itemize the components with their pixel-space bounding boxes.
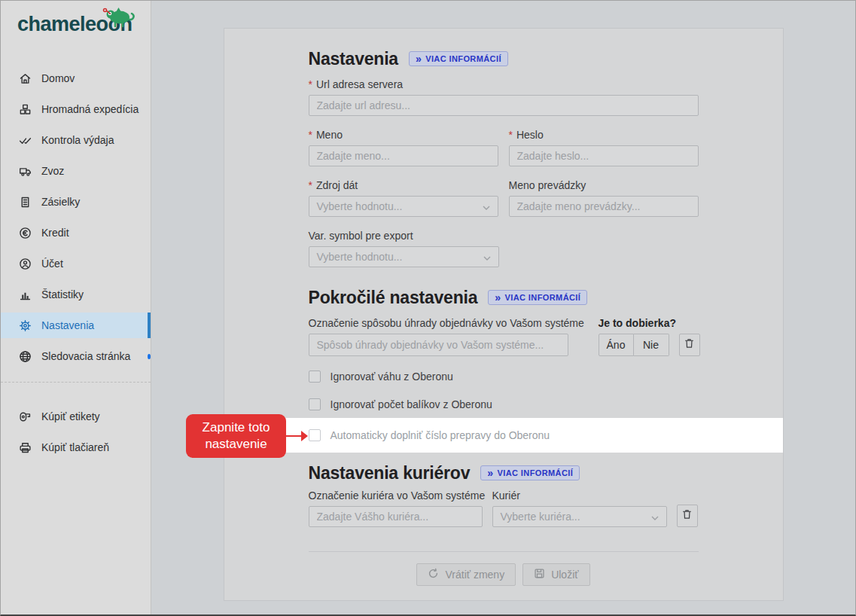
callout-text-line2: nastavenie	[189, 436, 283, 453]
checkbox-box[interactable]	[309, 371, 321, 383]
truck-icon	[19, 165, 32, 178]
datasource-label: *Zdroj dát	[309, 179, 498, 191]
sidebar-shop-nav: Kúpiť etiketyKúpiť tlačiareň	[1, 395, 151, 465]
required-asterisk: *	[309, 179, 312, 191]
checkbox-ignore-weight[interactable]: Ignorovať váhu z Oberonu	[309, 362, 699, 390]
more-info-button-couriers[interactable]: » VIAC INFORMÁCIÍ	[480, 465, 580, 480]
courier-name-label: Označenie kuriéra vo Vašom systéme	[309, 489, 483, 502]
section-title-couriers: Nastavenia kuriérov	[309, 462, 471, 483]
user-circle-icon	[19, 258, 32, 270]
sidebar-item-hromadna-expedicia[interactable]: Hromadná expedícia	[1, 96, 151, 122]
required-asterisk: *	[309, 129, 312, 141]
cod-yes-button[interactable]: Áno	[599, 334, 634, 356]
sidebar-item-kontrola-vydaja[interactable]: Kontrola výdaja	[1, 127, 151, 153]
sidebar-item-zvoz[interactable]: Zvoz	[1, 158, 151, 184]
undo-icon	[428, 568, 439, 581]
courier-delete-button[interactable]	[677, 505, 698, 527]
sidebar-item-ucet[interactable]: Účet	[1, 251, 151, 276]
double-chevron-icon: »	[495, 294, 501, 301]
footer-divider	[309, 551, 699, 552]
store-input[interactable]	[509, 196, 699, 217]
euro-circle-icon	[19, 227, 32, 239]
double-chevron-icon: »	[416, 55, 422, 63]
callout-arrow	[286, 435, 302, 437]
sidebar-item-label: Zvoz	[41, 165, 64, 177]
label-roll-icon	[19, 410, 32, 423]
sidebar-item-domov[interactable]: Domov	[1, 66, 151, 91]
sidebar-item-nastavenia[interactable]: Nastavenia	[1, 313, 151, 338]
printer-icon	[19, 441, 32, 454]
sidebar-item-label: Nastavenia	[41, 319, 94, 331]
sidebar-item-label: Kredit	[41, 227, 69, 239]
notification-dot	[148, 354, 151, 359]
main-content: Nastavenia » VIAC INFORMÁCIÍ *Url adresa…	[151, 1, 855, 614]
chameleon-icon	[102, 4, 138, 29]
more-info-label: VIAC INFORMÁCIÍ	[498, 468, 574, 477]
sidebar-item-label: Hromadná expedícia	[41, 103, 139, 115]
sidebar-nav: DomovHromadná expedíciaKontrola výdajaZv…	[1, 56, 151, 374]
sidebar-item-zasielky[interactable]: Zásielky	[1, 189, 151, 215]
sidebar-item-label: Sledovacia stránka	[41, 350, 130, 362]
save-button[interactable]: Uložiť	[522, 563, 589, 586]
sidebar-item-kupit-etikety[interactable]: Kúpiť etikety	[1, 404, 151, 429]
callout-text-line1: Zapnite toto	[189, 419, 283, 436]
checkbox-ignore-parcel-count[interactable]: Ignorovať počet balíkov z Oberonu	[309, 390, 699, 418]
more-info-button-advanced[interactable]: » VIAC INFORMÁCIÍ	[488, 290, 587, 305]
gear-icon	[19, 319, 32, 332]
home-icon	[19, 72, 32, 85]
sidebar-item-statistiky[interactable]: Štatistiky	[1, 282, 151, 307]
callout-bubble: Zapnite toto nastavenie	[186, 414, 286, 458]
section-title-advanced: Pokročilé nastavenia	[309, 287, 478, 308]
cod-no-button[interactable]: Nie	[634, 334, 669, 356]
password-input[interactable]	[509, 145, 699, 166]
double-chevron-icon: »	[487, 469, 493, 477]
courier-name-input[interactable]	[309, 506, 483, 527]
chevron-down-icon	[483, 251, 491, 263]
cod-toggle-group: Áno Nie	[599, 334, 669, 356]
revert-changes-button[interactable]: Vrátiť zmeny	[416, 563, 516, 586]
store-label: Meno prevádzky	[509, 179, 699, 191]
app-window: chameleoon DomovHromadná expedíciaKontro…	[0, 0, 856, 616]
sidebar-item-label: Domov	[41, 72, 75, 84]
sidebar-divider	[1, 382, 151, 383]
logo[interactable]: chameleoon	[1, 1, 151, 56]
required-asterisk: *	[509, 129, 513, 141]
payment-input[interactable]	[309, 334, 568, 356]
globe-icon	[19, 350, 32, 363]
payment-delete-button[interactable]	[679, 334, 700, 356]
name-input[interactable]	[309, 145, 498, 166]
sidebar-item-kredit[interactable]: Kredit	[1, 220, 151, 245]
varsymbol-select[interactable]: Vyberte hodnotu...	[309, 246, 499, 267]
more-info-label: VIAC INFORMÁCIÍ	[505, 293, 581, 302]
checkbox-box[interactable]	[309, 429, 321, 441]
sidebar-item-label: Kontrola výdaja	[41, 134, 114, 146]
bar-chart-icon	[19, 288, 32, 301]
section-title-settings: Nastavenia	[309, 48, 398, 69]
sidebar-item-label: Zásielky	[41, 196, 80, 208]
double-check-icon	[19, 134, 32, 147]
sidebar-item-sledovacia-stranka[interactable]: Sledovacia stránka	[1, 343, 151, 369]
courier-label: Kuriér	[492, 489, 667, 502]
chevron-down-icon	[651, 511, 659, 523]
more-info-label: VIAC INFORMÁCIÍ	[425, 54, 501, 63]
list-icon	[19, 196, 32, 209]
courier-select[interactable]: Vyberte kuriéra...	[492, 506, 667, 527]
payment-label: Označenie spôsobu úhrady objednávky vo V…	[309, 317, 568, 329]
checkbox-box[interactable]	[309, 398, 321, 410]
chevron-down-icon	[483, 200, 490, 212]
varsymbol-label: Var. symbol pre export	[309, 230, 499, 242]
sidebar-item-label: Účet	[41, 258, 63, 270]
sidebar-item-label: Kúpiť tlačiareň	[41, 441, 109, 453]
boxes-icon	[19, 103, 32, 116]
trash-icon	[684, 337, 695, 352]
password-label: *Heslo	[509, 129, 699, 141]
more-info-button-settings[interactable]: » VIAC INFORMÁCIÍ	[409, 51, 508, 66]
cod-question-label: Je to dobierka?	[599, 317, 699, 329]
url-input[interactable]	[309, 95, 699, 116]
callout-arrow-head	[301, 431, 308, 441]
required-asterisk: *	[309, 78, 312, 90]
sidebar-item-kupit-tlaciaren[interactable]: Kúpiť tlačiareň	[1, 435, 151, 460]
sidebar-item-label: Štatistiky	[41, 288, 84, 300]
name-label: *Meno	[309, 129, 498, 141]
datasource-select[interactable]: Vyberte hodnotu...	[309, 196, 498, 217]
